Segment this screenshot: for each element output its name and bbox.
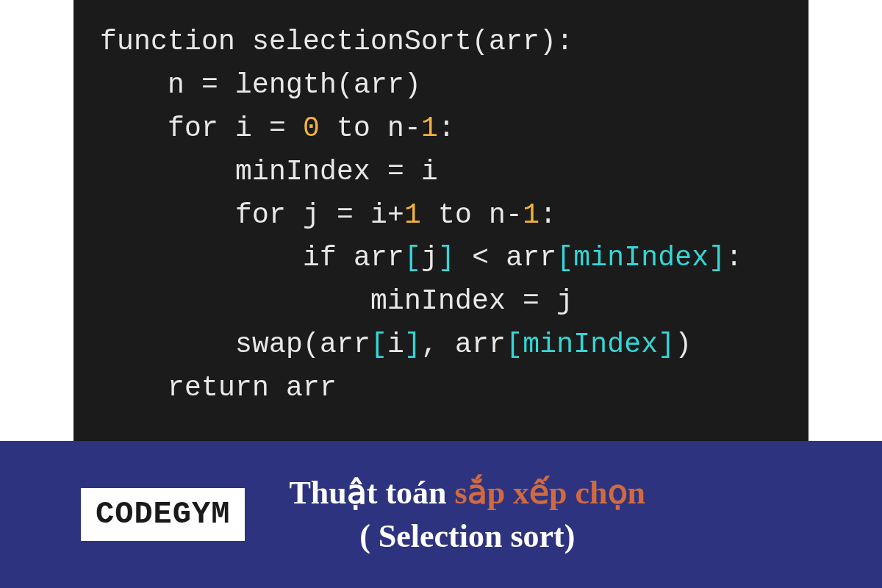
code-token: [ xyxy=(370,329,387,360)
code-token: for i = xyxy=(168,112,303,144)
code-block: function selectionSort(arr): n = length(… xyxy=(100,21,782,410)
code-token: 0 xyxy=(303,112,320,144)
code-token: function selectionSort(arr): xyxy=(100,26,573,57)
code-token: minIndex xyxy=(523,329,658,360)
code-token: minIndex = j xyxy=(370,285,573,317)
code-token: [ xyxy=(404,242,421,273)
code-token: n = length(arr) xyxy=(168,69,421,101)
code-token: if arr xyxy=(303,242,404,273)
code-token: : xyxy=(725,242,742,273)
code-token: 1 xyxy=(404,199,421,231)
code-line: function selectionSort(arr): xyxy=(100,21,782,64)
code-line: minIndex = j xyxy=(100,280,782,323)
code-line: swap(arr[i], arr[minIndex]) xyxy=(100,323,782,367)
code-token: [ xyxy=(556,242,573,273)
code-token: ] xyxy=(438,242,455,273)
code-line: n = length(arr) xyxy=(100,64,782,107)
code-line: for i = 0 to n-1: xyxy=(100,107,782,151)
code-token: minIndex = i xyxy=(235,156,438,187)
logo-box: CODEGYM xyxy=(81,488,245,541)
title-prefix: Thuật toán xyxy=(289,475,454,511)
code-token: for j = i+ xyxy=(235,199,404,231)
code-line: for j = i+1 to n-1: xyxy=(100,194,782,237)
code-token: ] xyxy=(709,242,725,273)
code-token: minIndex xyxy=(573,242,709,273)
code-token: : xyxy=(438,112,455,144)
code-line: minIndex = i xyxy=(100,151,782,194)
code-token: : xyxy=(539,199,556,231)
code-token: ] xyxy=(404,329,421,360)
code-token: j xyxy=(421,242,438,273)
footer-banner: CODEGYM Thuật toán sắp xếp chọn ( Select… xyxy=(0,441,882,588)
code-token: 1 xyxy=(523,199,539,231)
code-token: swap(arr xyxy=(235,329,370,360)
code-token: to n- xyxy=(320,112,421,144)
title-line-1: Thuật toán sắp xếp chọn xyxy=(289,471,645,514)
code-token: return arr xyxy=(168,372,337,404)
code-line: return arr xyxy=(100,367,782,410)
code-token: ) xyxy=(675,329,692,360)
code-line: if arr[j] < arr[minIndex]: xyxy=(100,237,782,280)
code-token: to n- xyxy=(421,199,523,231)
code-token: 1 xyxy=(421,112,438,144)
slide-title: Thuật toán sắp xếp chọn ( Selection sort… xyxy=(289,471,645,559)
title-accent: sắp xếp chọn xyxy=(455,475,646,511)
code-token: [ xyxy=(506,329,523,360)
code-token: i xyxy=(387,329,404,360)
code-token: , arr xyxy=(421,329,506,360)
code-token: ] xyxy=(658,329,675,360)
code-panel: function selectionSort(arr): n = length(… xyxy=(74,0,808,441)
title-line-2: ( Selection sort) xyxy=(289,514,645,558)
logo-text: CODEGYM xyxy=(96,497,230,532)
code-token: < arr xyxy=(455,242,556,273)
